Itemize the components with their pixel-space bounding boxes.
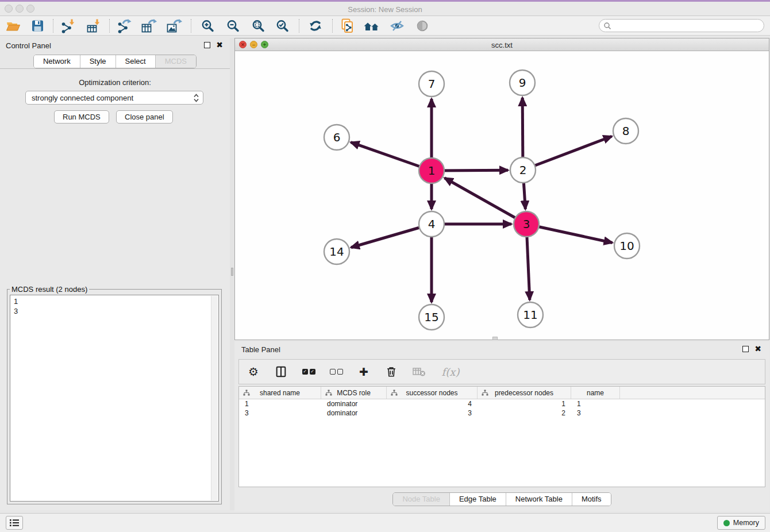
mcds-result-title: MCDS result (2 nodes) — [10, 285, 89, 294]
graph-node-6[interactable]: 6 — [324, 125, 349, 150]
table-panel-title: Table Panel — [241, 345, 280, 354]
show-column-panel-icon[interactable] — [274, 364, 288, 379]
control-panel: Control Panel ✖ NetworkStyleSelectMCDS O… — [0, 38, 230, 510]
apply-layout-icon[interactable] — [307, 17, 324, 34]
graph-node-14[interactable]: 14 — [324, 239, 349, 264]
zoom-out-icon[interactable] — [224, 17, 241, 34]
zoom-in-icon[interactable] — [199, 17, 216, 34]
search-icon — [603, 22, 611, 30]
mcds-result-entry[interactable]: 3 — [14, 306, 218, 316]
first-neighbors-icon[interactable] — [363, 17, 380, 34]
svg-text:6: 6 — [333, 130, 341, 144]
column-header-name[interactable]: name — [571, 387, 620, 399]
clone-network-icon[interactable] — [339, 17, 356, 34]
table-tab-edge-table[interactable]: Edge Table — [449, 493, 506, 506]
column-header-successor-nodes[interactable]: successor nodes — [387, 387, 478, 399]
application-window: Session: New Session — [0, 0, 770, 532]
deselect-all-columns-icon[interactable] — [329, 364, 344, 379]
table-cell-shared-name[interactable]: 3 — [239, 408, 321, 418]
delete-column-icon[interactable] — [384, 364, 399, 379]
table-cell-successor-nodes[interactable]: 3 — [387, 408, 478, 418]
export-table-icon[interactable] — [140, 17, 157, 34]
control-tab-select[interactable]: Select — [116, 55, 155, 68]
search-input[interactable] — [611, 20, 764, 31]
mcds-result-list[interactable]: 13 — [10, 295, 219, 502]
graph-node-11[interactable]: 11 — [518, 302, 543, 327]
table-panel-tabs: Node TableEdge TableNetwork TableMotifs — [392, 492, 611, 506]
float-panel-icon[interactable] — [204, 42, 210, 48]
table-tab-motifs[interactable]: Motifs — [572, 493, 611, 506]
column-header-label: name — [587, 389, 604, 397]
mcds-result-group: MCDS result (2 nodes) 13 — [7, 285, 222, 504]
import-table-icon[interactable] — [85, 17, 102, 34]
graph-node-9[interactable]: 9 — [510, 70, 535, 95]
column-header-shared-name[interactable]: shared name — [239, 387, 321, 399]
node-table: shared nameMCDS rolesuccessor nodesprede… — [238, 386, 765, 487]
show-all-icon[interactable] — [414, 17, 431, 34]
result-scrollbar[interactable] — [211, 296, 218, 500]
list-icon — [10, 519, 19, 527]
close-panel-icon[interactable]: ✖ — [216, 42, 223, 48]
task-history-button[interactable] — [6, 516, 23, 530]
export-image-icon[interactable] — [165, 17, 183, 34]
graph-node-1[interactable]: 1 — [419, 158, 444, 183]
table-cell-successor-nodes[interactable]: 4 — [387, 399, 478, 408]
run-mcds-button[interactable]: Run MCDS — [54, 110, 109, 124]
graph-edge-2-8[interactable] — [523, 136, 612, 170]
table-cell-name[interactable]: 3 — [571, 408, 620, 418]
column-header-predecessor-nodes[interactable]: predecessor nodes — [478, 387, 571, 399]
column-type-icon — [325, 390, 332, 396]
table-row[interactable]: 3dominator323 — [239, 408, 765, 418]
table-toolbar: ⚙ ✓✓ ✚ f(x) — [238, 359, 765, 384]
table-tab-network-table[interactable]: Network Table — [506, 493, 572, 506]
graph-node-3[interactable]: 3 — [514, 211, 539, 237]
save-session-icon[interactable] — [29, 17, 46, 34]
column-header-mcds-role[interactable]: MCDS role — [321, 387, 387, 399]
table-cell-predecessor-nodes[interactable]: 2 — [478, 408, 571, 418]
column-settings-gear-icon[interactable]: ⚙ — [246, 364, 261, 379]
table-row[interactable]: 1dominator411 — [239, 399, 765, 408]
graph-node-2[interactable]: 2 — [510, 157, 536, 183]
graph-edge-3-1[interactable] — [445, 178, 526, 224]
zoom-fit-icon[interactable] — [249, 17, 267, 34]
export-network-icon[interactable] — [116, 17, 133, 34]
memory-button[interactable]: Memory — [717, 516, 765, 530]
hide-selected-icon[interactable] — [388, 17, 406, 34]
svg-text:3: 3 — [523, 217, 530, 231]
graph-node-10[interactable]: 10 — [614, 233, 640, 259]
toolbar-separator — [109, 19, 110, 33]
graph-node-15[interactable]: 15 — [419, 304, 444, 330]
toolbar-separator — [332, 19, 333, 33]
graph-node-8[interactable]: 8 — [613, 118, 638, 144]
table-cell-name[interactable]: 1 — [571, 399, 620, 408]
search-field[interactable] — [599, 19, 764, 32]
mcds-result-entry[interactable]: 1 — [14, 296, 218, 306]
table-float-panel-icon[interactable] — [742, 346, 749, 352]
table-close-panel-icon[interactable]: ✖ — [754, 346, 761, 352]
control-tab-style[interactable]: Style — [80, 55, 116, 68]
optimization-criterion-dropdown[interactable]: strongly connected component — [25, 91, 203, 105]
control-tab-network[interactable]: Network — [34, 55, 80, 68]
zoom-selected-icon[interactable] — [274, 17, 291, 34]
splitter-handle[interactable] — [231, 268, 233, 276]
memory-status-dot — [723, 520, 730, 526]
main-toolbar — [0, 16, 770, 36]
graph-node-7[interactable]: 7 — [419, 71, 444, 97]
select-all-columns-icon[interactable]: ✓✓ — [301, 364, 316, 379]
network-canvas[interactable]: 7968124314101511 — [235, 51, 769, 340]
toolbar-separator — [299, 19, 299, 33]
close-panel-button[interactable]: Close panel — [116, 110, 173, 124]
add-column-icon[interactable]: ✚ — [356, 364, 371, 379]
svg-text:4: 4 — [428, 217, 436, 231]
open-session-icon[interactable] — [5, 17, 22, 34]
table-cell-predecessor-nodes[interactable]: 1 — [478, 399, 571, 408]
table-cell-shared-name[interactable]: 1 — [239, 399, 321, 408]
table-cell-mcds-role[interactable]: dominator — [321, 408, 387, 418]
table-cell-mcds-role[interactable]: dominator — [321, 399, 387, 408]
import-network-icon[interactable] — [60, 17, 77, 34]
control-tab-mcds[interactable]: MCDS — [155, 55, 196, 68]
canvas-resize-handle[interactable] — [492, 337, 498, 340]
graph-node-4[interactable]: 4 — [419, 211, 444, 237]
table-body: 1dominator4113dominator323 — [239, 399, 765, 418]
table-tab-node-table[interactable]: Node Table — [393, 493, 449, 506]
